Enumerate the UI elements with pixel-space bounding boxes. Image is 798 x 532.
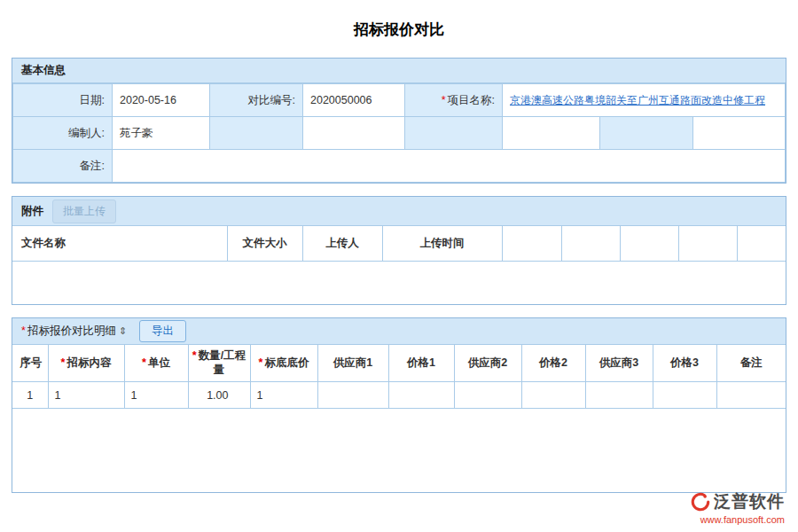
- attachments-header: 附件 批量上传: [12, 197, 786, 226]
- col-label: 价格2: [539, 356, 567, 369]
- basic-info-row-2: 编制人: 苑子豪: [13, 117, 786, 150]
- detail-empty-area: [12, 409, 786, 492]
- sort-arrows-icon[interactable]: ⇕: [119, 325, 127, 337]
- vendor-logo: 泛普软件 www.fanpusoft.com: [691, 490, 785, 525]
- col-empty: [561, 226, 620, 261]
- attachments-panel: 附件 批量上传 文件名称 文件大小 上传人 上传时间: [12, 196, 786, 305]
- required-asterisk: *: [61, 356, 66, 369]
- project-name-label: *项目名称:: [405, 84, 503, 117]
- empty-label-cell: [600, 117, 693, 150]
- col-remark: 备注: [716, 345, 786, 382]
- cell-seq: 1: [12, 382, 48, 409]
- col-empty: [678, 226, 737, 261]
- basic-info-panel: 基本信息 日期: 2020-05-16 对比编号: 2020050006 *项目…: [12, 58, 786, 184]
- basic-info-row-1: 日期: 2020-05-16 对比编号: 2020050006 *项目名称: 京…: [13, 84, 786, 117]
- cell-supplier3: [585, 382, 653, 409]
- attachments-empty-area: [12, 262, 786, 304]
- remark-value: [113, 150, 786, 183]
- col-label: 序号: [20, 356, 42, 369]
- col-empty: [620, 226, 678, 261]
- attachments-title: 附件: [21, 204, 43, 219]
- project-name-link[interactable]: 京港澳高速公路粤境韶关至广州互通路面改造中修工程: [510, 94, 765, 106]
- brand-website: www.fanpusoft.com: [691, 514, 785, 525]
- project-label-text: 项目名称:: [448, 94, 495, 106]
- fanpu-logo-icon: [691, 492, 710, 512]
- col-price2: 价格2: [521, 345, 585, 382]
- empty-value-cell: [503, 117, 600, 150]
- col-empty: [737, 226, 786, 261]
- date-value: 2020-05-16: [113, 84, 210, 117]
- col-label: 价格1: [407, 356, 435, 369]
- col-seq: 序号: [12, 345, 48, 382]
- col-uploader: 上传人: [302, 226, 382, 261]
- cell-price1: [388, 382, 454, 409]
- col-label: 招标内容: [66, 356, 111, 369]
- page-title: 招标报价对比: [0, 0, 798, 40]
- empty-value-cell: [303, 117, 405, 150]
- col-label: 单位: [148, 356, 170, 369]
- basic-info-table: 日期: 2020-05-16 对比编号: 2020050006 *项目名称: 京…: [12, 83, 786, 183]
- col-empty: [502, 226, 561, 261]
- col-label: 价格3: [670, 356, 699, 369]
- cell-quantity: 1.00: [188, 382, 250, 409]
- col-supplier3: 供应商3: [585, 345, 653, 382]
- required-asterisk: *: [192, 349, 197, 362]
- date-label: 日期:: [13, 84, 113, 117]
- col-supplier1: 供应商1: [317, 345, 388, 382]
- export-button[interactable]: 导出: [139, 320, 186, 342]
- col-label: 备注: [740, 356, 763, 369]
- compare-no-label: 对比编号:: [210, 84, 303, 117]
- basic-info-title: 基本信息: [21, 63, 66, 78]
- author-value: 苑子豪: [113, 117, 210, 150]
- col-label: 供应商2: [468, 356, 507, 369]
- required-asterisk: *: [21, 325, 26, 337]
- cell-base-price: 1: [250, 382, 317, 409]
- cell-bid-content: 1: [48, 382, 124, 409]
- author-label: 编制人:: [13, 117, 113, 150]
- attachments-header-row: 文件名称 文件大小 上传人 上传时间: [12, 226, 786, 261]
- basic-info-row-3: 备注:: [13, 150, 786, 183]
- detail-table: 序号 *招标内容 *单位 *数量/工程量 *标底底价 供应商1 价格1 供应商2…: [12, 345, 786, 410]
- empty-value-cell: [693, 117, 786, 150]
- compare-no-value: 2020050006: [303, 84, 405, 117]
- cell-supplier1: [317, 382, 388, 409]
- col-base-price: *标底底价: [250, 345, 317, 382]
- detail-header-row: 序号 *招标内容 *单位 *数量/工程量 *标底底价 供应商1 价格1 供应商2…: [12, 345, 786, 382]
- detail-panel: * 招标报价对比明细 ⇕ 导出 序号 *招标内容 *单位 *数量/工程量 *标底…: [12, 317, 786, 494]
- col-label: 供应商1: [333, 356, 372, 369]
- required-asterisk: *: [142, 356, 146, 369]
- cell-price3: [653, 382, 716, 409]
- required-asterisk: *: [442, 94, 446, 106]
- remark-label: 备注:: [13, 150, 113, 183]
- detail-header: * 招标报价对比明细 ⇕ 导出: [12, 318, 786, 345]
- col-label: 供应商3: [599, 356, 638, 369]
- detail-row: 1 1 1 1.00 1: [12, 382, 786, 409]
- cell-supplier2: [454, 382, 521, 409]
- page: 招标报价对比 基本信息 日期: 2020-05-16 对比编号: 2020050…: [0, 0, 798, 493]
- col-upload-time: 上传时间: [382, 226, 502, 261]
- col-label: 标底底价: [264, 356, 309, 369]
- attachments-table: 文件名称 文件大小 上传人 上传时间: [12, 226, 786, 262]
- empty-label-cell: [210, 117, 303, 150]
- cell-price2: [521, 382, 585, 409]
- cell-remark: [716, 382, 786, 409]
- brand-name: 泛普软件: [714, 490, 785, 513]
- col-quantity: *数量/工程量: [188, 345, 250, 382]
- col-label: 数量/工程量: [199, 349, 246, 376]
- col-unit: *单位: [124, 345, 188, 382]
- col-price1: 价格1: [388, 345, 454, 382]
- col-supplier2: 供应商2: [454, 345, 521, 382]
- col-file-size: 文件大小: [227, 226, 302, 261]
- empty-label-cell: [405, 117, 503, 150]
- col-file-name: 文件名称: [12, 226, 227, 261]
- col-bid-content: *招标内容: [48, 345, 124, 382]
- detail-title: 招标报价对比明细: [27, 324, 116, 339]
- required-asterisk: *: [259, 356, 263, 369]
- basic-info-header: 基本信息: [12, 59, 786, 83]
- batch-upload-button[interactable]: 批量上传: [52, 200, 116, 223]
- cell-unit: 1: [124, 382, 188, 409]
- col-price3: 价格3: [653, 345, 716, 382]
- project-name-cell: 京港澳高速公路粤境韶关至广州互通路面改造中修工程: [503, 84, 786, 117]
